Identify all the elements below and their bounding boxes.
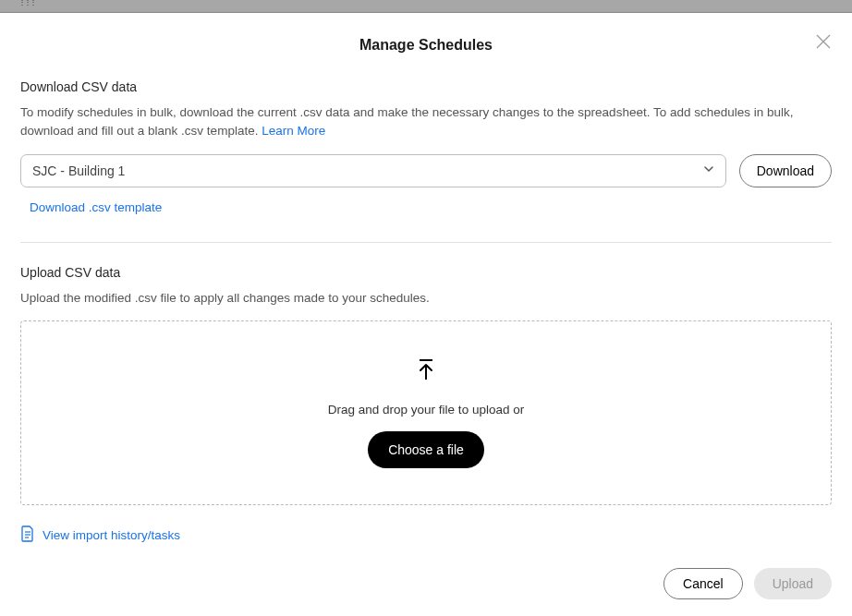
- choose-file-button[interactable]: Choose a file: [368, 431, 484, 468]
- location-select[interactable]: SJC - Building 1: [20, 154, 726, 187]
- download-section: Download CSV data To modify schedules in…: [20, 79, 832, 235]
- section-divider: [20, 242, 832, 243]
- download-row: SJC - Building 1 Download: [20, 154, 832, 187]
- upload-button[interactable]: Upload: [754, 568, 832, 599]
- cancel-button[interactable]: Cancel: [663, 568, 743, 599]
- location-select-value: SJC - Building 1: [32, 163, 125, 178]
- manage-schedules-modal: Manage Schedules Download CSV data To mo…: [0, 13, 852, 616]
- import-history-row: View import history/tasks: [20, 525, 832, 546]
- upload-icon: [412, 356, 440, 388]
- download-heading: Download CSV data: [20, 79, 832, 94]
- file-icon: [20, 525, 35, 546]
- download-description-text: To modify schedules in bulk, download th…: [20, 105, 794, 138]
- upload-heading: Upload CSV data: [20, 265, 832, 280]
- download-template-link[interactable]: Download .csv template: [30, 200, 162, 214]
- close-icon: [815, 33, 832, 50]
- upload-description: Upload the modified .csv file to apply a…: [20, 289, 832, 308]
- modal-footer: Cancel Upload: [20, 568, 832, 599]
- learn-more-link[interactable]: Learn More: [262, 124, 325, 138]
- dropzone-text: Drag and drop your file to upload or: [328, 403, 524, 417]
- view-import-history-link[interactable]: View import history/tasks: [43, 528, 180, 542]
- download-button[interactable]: Download: [739, 154, 832, 187]
- window-chrome: [0, 0, 852, 13]
- modal-title: Manage Schedules: [20, 37, 832, 54]
- close-button[interactable]: [815, 33, 832, 50]
- download-description: To modify schedules in bulk, download th…: [20, 103, 832, 141]
- location-select-wrap: SJC - Building 1: [20, 154, 726, 187]
- file-dropzone[interactable]: Drag and drop your file to upload or Cho…: [20, 320, 832, 505]
- upload-section: Upload CSV data Upload the modified .csv…: [20, 265, 832, 525]
